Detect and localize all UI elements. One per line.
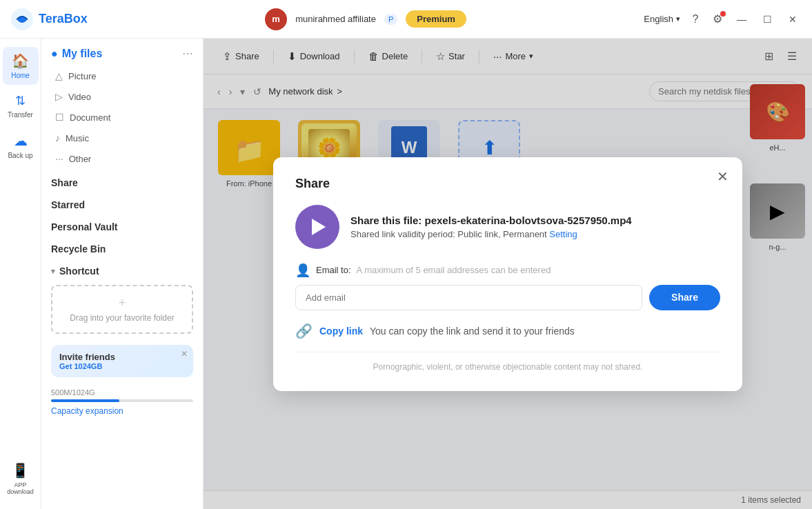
email-input[interactable] xyxy=(295,285,642,310)
sidebar-music-label: Music xyxy=(66,133,89,143)
invite-sub: Get 1024GB xyxy=(59,362,185,370)
titlebar-logo-area: TeraBox xyxy=(11,8,88,30)
sidebar-item-share[interactable]: Share xyxy=(51,177,193,188)
storage-bar-area: 500M/1024G xyxy=(41,383,203,405)
minimize-button[interactable]: — xyxy=(733,14,751,25)
settings-button[interactable]: ⚙ xyxy=(711,12,724,26)
modal-overlay: Share ✕ Share this file: pexels-ekaterin… xyxy=(204,39,812,509)
content-area: ⇪ Share ⬇ Download 🗑 Delete ☆ Star ··· M… xyxy=(204,39,812,509)
sidebar: ● My files ⋯ △ Picture ▷ Video ☐ Documen… xyxy=(41,39,204,509)
shortcut-label: Shortcut xyxy=(59,266,99,277)
language-selector[interactable]: English ▾ xyxy=(644,14,680,24)
recycle-bin-label: Recycle Bin xyxy=(51,243,106,254)
file-info-name: Share this file: pexels-ekaterina-bolovt… xyxy=(350,214,632,226)
play-icon xyxy=(312,219,326,235)
email-label: 👤 Email to: A maximum of 5 email address… xyxy=(295,263,720,278)
video-icon: ▷ xyxy=(55,91,63,102)
sidebar-item-document[interactable]: ☐ Document xyxy=(41,107,203,128)
sidebar-item-video[interactable]: ▷ Video xyxy=(41,86,203,107)
copy-link-section: 🔗 Copy link You can copy the link and se… xyxy=(295,323,720,339)
nav-item-home[interactable]: 🏠 Home xyxy=(3,47,39,85)
validity-text: Shared link validity period: Public link… xyxy=(350,229,547,239)
sidebar-item-recycle-bin[interactable]: Recycle Bin xyxy=(51,243,193,254)
plus-icon: + xyxy=(119,296,126,310)
avatar[interactable]: m xyxy=(265,8,287,30)
app-download-icon: 📱 xyxy=(12,462,29,479)
sidebar-title: ● My files xyxy=(51,48,102,60)
sidebar-picture-label: Picture xyxy=(68,71,96,81)
nav-home-label: Home xyxy=(11,72,30,79)
sidebar-other-label: Other xyxy=(69,154,92,164)
sidebar-item-vault[interactable]: Personal Vault xyxy=(51,221,193,232)
email-hint-text: A maximum of 5 email addresses can be en… xyxy=(357,265,551,275)
share-modal: Share ✕ Share this file: pexels-ekaterin… xyxy=(273,157,742,391)
sidebar-item-other[interactable]: ··· Other xyxy=(41,148,203,169)
sidebar-shortcut-section: ▾ Shortcut xyxy=(41,257,203,279)
sidebar-vault-section: Personal Vault xyxy=(41,213,203,235)
backup-icon: ☁ xyxy=(14,132,28,149)
transfer-icon: ⇅ xyxy=(15,93,26,108)
nav-item-backup[interactable]: ☁ Back up xyxy=(3,127,39,165)
left-nav: 🏠 Home ⇅ Transfer ☁ Back up 📱 APPdownloa… xyxy=(0,39,41,509)
share-submit-button[interactable]: Share xyxy=(649,285,720,310)
file-info-text: Share this file: pexels-ekaterina-bolovt… xyxy=(350,214,632,239)
sidebar-document-label: Document xyxy=(70,112,110,123)
shortcut-drag-text: Drag into your favorite folder xyxy=(70,313,174,323)
shortcut-drop-area[interactable]: + Drag into your favorite folder xyxy=(51,285,193,334)
modal-footer-text: Pornographic, violent, or otherwise obje… xyxy=(373,362,643,372)
other-icon: ··· xyxy=(55,153,63,164)
modal-close-button[interactable]: ✕ xyxy=(717,168,729,185)
copy-link-desc: You can copy the link and send it to you… xyxy=(370,326,575,337)
sidebar-item-music[interactable]: ♪ Music xyxy=(41,128,203,148)
nav-backup-label: Back up xyxy=(8,152,32,159)
invite-banner[interactable]: ✕ Invite friends Get 1024GB xyxy=(51,345,193,377)
sidebar-header: ● My files ⋯ xyxy=(41,39,203,66)
sidebar-share-section: Share xyxy=(41,169,203,191)
premium-button[interactable]: Premium xyxy=(406,10,466,28)
partner-badge: P xyxy=(384,14,397,25)
sidebar-title-dot: ● xyxy=(51,48,58,60)
sidebar-item-picture[interactable]: △ Picture xyxy=(41,66,203,86)
sidebar-recycle-section: Recycle Bin xyxy=(41,235,203,257)
sidebar-starred-section: Starred xyxy=(41,191,203,213)
app-name: TeraBox xyxy=(39,12,88,26)
nav-item-app[interactable]: 📱 APPdownload xyxy=(3,457,39,501)
vault-section-label: Personal Vault xyxy=(51,221,117,232)
starred-section-label: Starred xyxy=(51,199,85,210)
capacity-expansion-link[interactable]: Capacity expansion xyxy=(41,405,203,421)
notification-dot xyxy=(720,11,726,17)
sidebar-item-starred[interactable]: Starred xyxy=(51,199,193,210)
sidebar-video-label: Video xyxy=(68,92,91,102)
setting-link[interactable]: Setting xyxy=(549,229,577,239)
nav-item-transfer[interactable]: ⇅ Transfer xyxy=(3,88,39,124)
modal-footer: Pornographic, violent, or otherwise obje… xyxy=(295,352,720,372)
modal-title: Share xyxy=(295,177,720,191)
my-files-label: My files xyxy=(62,48,103,60)
email-label-text: Email to: xyxy=(316,265,351,275)
file-info-validity: Shared link validity period: Public link… xyxy=(350,229,632,239)
copy-link-label[interactable]: Copy link xyxy=(319,326,363,337)
nav-app-label: APPdownload xyxy=(7,481,34,495)
chevron-down-icon: ▾ xyxy=(676,14,680,23)
home-icon: 🏠 xyxy=(12,52,29,69)
titlebar-user-area: m munirahmed affiliate P Premium xyxy=(265,8,466,30)
storage-bar xyxy=(51,399,193,402)
document-icon: ☐ xyxy=(55,112,64,123)
close-button[interactable]: ✕ xyxy=(784,14,801,25)
help-icon: ? xyxy=(693,13,699,26)
main-layout: 🏠 Home ⇅ Transfer ☁ Back up 📱 APPdownloa… xyxy=(0,39,812,509)
email-section: 👤 Email to: A maximum of 5 email address… xyxy=(295,263,720,310)
link-icon: 🔗 xyxy=(295,323,313,339)
user-name-label: munirahmed affiliate xyxy=(295,14,376,24)
terabox-logo-icon xyxy=(11,8,33,30)
help-button[interactable]: ? xyxy=(689,12,702,26)
maximize-button[interactable]: ☐ xyxy=(759,14,776,25)
picture-icon: △ xyxy=(55,70,63,81)
sidebar-more-icon[interactable]: ⋯ xyxy=(182,47,193,60)
chevron-down-icon-shortcut: ▾ xyxy=(51,267,55,276)
share-section-label: Share xyxy=(51,177,78,188)
titlebar-controls: English ▾ ? ⚙ — ☐ ✕ xyxy=(644,12,801,26)
modal-file-info: Share this file: pexels-ekaterina-bolovt… xyxy=(295,205,720,249)
invite-close-icon[interactable]: ✕ xyxy=(181,349,188,359)
titlebar: TeraBox m munirahmed affiliate P Premium… xyxy=(0,0,812,39)
